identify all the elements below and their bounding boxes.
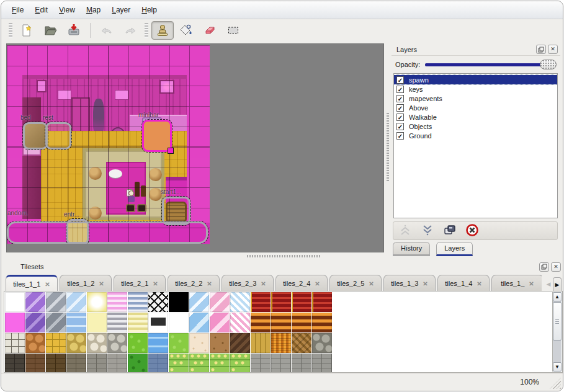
opacity-slider-track[interactable] — [425, 63, 555, 66]
tile-0-1[interactable] — [25, 292, 45, 312]
menu-item-edit[interactable]: Edit — [29, 3, 53, 17]
tile-0-6[interactable] — [128, 292, 148, 312]
tile-3-14[interactable] — [292, 354, 311, 373]
tileset-tab-tiles_2_3[interactable]: tiles_2_3✕ — [222, 275, 274, 292]
tile-2-7[interactable] — [148, 333, 168, 353]
close-tab-icon[interactable]: ✕ — [529, 280, 534, 287]
tile-0-14[interactable] — [292, 292, 311, 312]
layer-row-Walkable[interactable]: ✓Walkable — [394, 112, 557, 122]
tile-0-9[interactable] — [189, 292, 209, 312]
tile-2-13[interactable] — [271, 333, 291, 353]
close-tab-icon[interactable]: ✕ — [153, 280, 158, 287]
tileset-view[interactable]: ▲ ▼ — [4, 291, 563, 373]
tile-3-13[interactable] — [271, 354, 291, 373]
tab-history[interactable]: History — [393, 242, 430, 256]
tile-0-5[interactable] — [107, 292, 127, 312]
tile-1-0[interactable] — [5, 313, 25, 332]
tile-1-6[interactable] — [128, 313, 148, 332]
tile-0-2[interactable] — [46, 292, 66, 312]
layer-row-keys[interactable]: ✓keys — [394, 84, 557, 94]
tileset-scrollbar[interactable]: ▲ ▼ — [552, 292, 562, 372]
close-tab-icon[interactable]: ✕ — [477, 280, 481, 287]
tilesets-float-button[interactable] — [539, 262, 549, 272]
tile-1-1[interactable] — [25, 313, 45, 332]
tile-1-10[interactable] — [210, 313, 230, 332]
scroll-up-button[interactable]: ▲ — [553, 292, 562, 301]
tile-2-15[interactable] — [312, 333, 332, 353]
layer-visibility-checkbox[interactable]: ✓ — [396, 104, 404, 112]
tileset-tab-tiles_1_4[interactable]: tiles_1_4✕ — [437, 275, 490, 292]
tile-3-3[interactable] — [66, 354, 86, 373]
tile-1-5[interactable] — [107, 313, 127, 332]
close-tab-icon[interactable]: ✕ — [99, 280, 104, 287]
tile-0-3[interactable] — [66, 292, 86, 312]
tile-0-4[interactable] — [87, 292, 107, 312]
tilesets-close-button[interactable]: ✕ — [551, 262, 561, 272]
layer-visibility-checkbox[interactable]: ✓ — [396, 95, 404, 102]
open-file-button[interactable] — [39, 21, 61, 40]
tile-2-11[interactable] — [230, 333, 250, 353]
duplicate-layer-button[interactable] — [443, 223, 457, 239]
tileset-tab-tiles_2_4[interactable]: tiles_2_4✕ — [275, 275, 328, 292]
layer-visibility-checkbox[interactable]: ✓ — [396, 123, 404, 130]
tile-3-7[interactable] — [148, 354, 168, 373]
close-tab-icon[interactable]: ✕ — [207, 280, 212, 287]
tileset-tab-tiles_2_2[interactable]: tiles_2_2✕ — [168, 275, 220, 292]
tile-3-9[interactable] — [189, 354, 209, 373]
resize-grip[interactable] — [550, 378, 561, 389]
tile-3-2[interactable] — [46, 354, 66, 373]
tile-1-13[interactable] — [271, 313, 291, 332]
tab-layers[interactable]: Layers — [436, 242, 473, 256]
scroll-tabs-left-button[interactable]: ◀ — [544, 277, 553, 291]
close-tab-icon[interactable]: ✕ — [45, 281, 50, 288]
tile-0-8[interactable] — [169, 292, 189, 312]
tile-2-12[interactable] — [251, 333, 271, 353]
tile-2-2[interactable] — [46, 333, 66, 353]
layer-visibility-checkbox[interactable]: ✓ — [396, 76, 404, 84]
tile-2-9[interactable] — [189, 333, 209, 353]
close-panel-button[interactable]: ✕ — [548, 45, 558, 54]
tile-1-11[interactable] — [230, 313, 250, 332]
selection-handle[interactable] — [168, 148, 174, 154]
tile-3-0[interactable] — [5, 354, 25, 373]
tile-1-7[interactable] — [148, 313, 168, 332]
redo-button[interactable] — [119, 21, 141, 40]
scrollbar-thumb[interactable] — [553, 302, 562, 341]
map-object-entrance[interactable] — [66, 219, 89, 244]
float-panel-button[interactable] — [536, 45, 546, 54]
menu-item-view[interactable]: View — [53, 3, 81, 17]
tile-0-12[interactable] — [251, 292, 271, 312]
tile-3-10[interactable] — [210, 354, 230, 373]
tileset-tab-tiles_2_5[interactable]: tiles_2_5✕ — [329, 275, 382, 292]
tile-1-2[interactable] — [46, 313, 66, 332]
tile-1-4[interactable] — [87, 313, 107, 332]
tile-2-14[interactable] — [292, 333, 311, 353]
tile-2-5[interactable] — [107, 333, 127, 353]
lower-layer-button[interactable] — [421, 223, 434, 239]
toolbar-grip[interactable] — [9, 23, 12, 38]
layer-visibility-checkbox[interactable]: ✓ — [396, 132, 404, 140]
delete-layer-button[interactable] — [465, 223, 479, 239]
save-file-button[interactable] — [63, 21, 85, 40]
layer-visibility-checkbox[interactable]: ✓ — [396, 86, 404, 93]
menu-item-layer[interactable]: Layer — [106, 3, 136, 17]
tile-3-4[interactable] — [87, 354, 107, 373]
scroll-down-button[interactable]: ▼ — [553, 362, 562, 372]
eraser-button[interactable] — [199, 21, 221, 40]
tile-1-8[interactable] — [169, 313, 189, 332]
layer-visibility-checkbox[interactable]: ✓ — [396, 114, 404, 121]
opacity-slider[interactable] — [425, 59, 557, 70]
tile-1-3[interactable] — [66, 313, 86, 332]
tilesets-panel-titlebar[interactable]: Tilesets ✕ — [3, 260, 563, 274]
stamp-brush-button[interactable] — [151, 21, 174, 40]
tileset-tab-tiles_2_1[interactable]: tiles_2_1✕ — [114, 275, 166, 292]
tile-0-15[interactable] — [312, 292, 332, 312]
map-object-spawn-strip[interactable] — [7, 221, 208, 244]
toolbar-grip-2[interactable] — [145, 23, 148, 38]
tile-0-10[interactable] — [210, 292, 230, 312]
menu-item-file[interactable]: File — [6, 3, 29, 17]
close-tab-icon[interactable]: ✕ — [369, 280, 374, 287]
tile-1-14[interactable] — [292, 313, 311, 332]
scroll-tabs-right-button[interactable]: ▶ — [553, 277, 562, 291]
new-file-button[interactable] — [16, 21, 38, 40]
